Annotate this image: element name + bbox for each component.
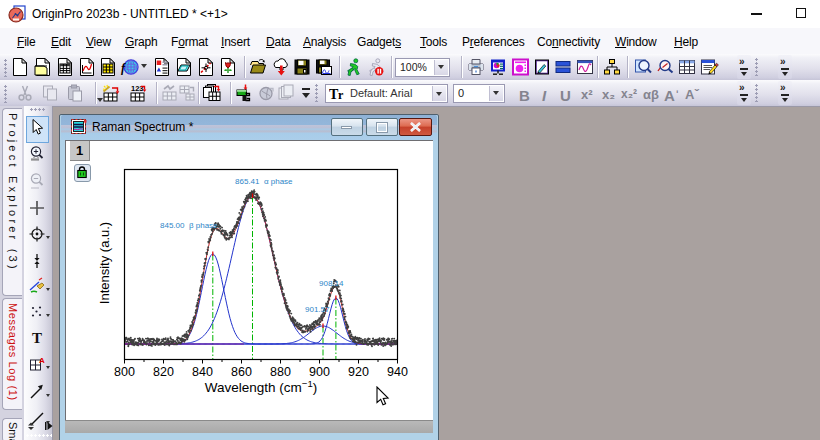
svg-text:820: 820 [153, 365, 174, 379]
svg-text:860: 860 [231, 365, 252, 379]
svg-text:900: 900 [309, 365, 330, 379]
svg-text:840: 840 [192, 365, 213, 379]
svg-text:908.14: 908.14 [319, 279, 344, 288]
svg-text:865.41 α phase: 865.41 α phase [235, 177, 293, 186]
svg-text:T: T [32, 330, 42, 346]
svg-text:A: A [39, 356, 45, 365]
svg-text:901.57: 901.57 [305, 305, 330, 314]
svg-text:845.00 β phase: 845.00 β phase [160, 221, 218, 230]
svg-text:123: 123 [131, 84, 144, 93]
svg-text:920: 920 [348, 365, 369, 379]
svg-text:800: 800 [114, 365, 135, 379]
svg-text:r: r [338, 88, 344, 102]
svg-text:880: 880 [270, 365, 291, 379]
svg-text:Intensity (a.u.): Intensity (a.u.) [97, 222, 112, 304]
svg-text:Wavelength (cm−1): Wavelength (cm−1) [205, 378, 317, 395]
svg-text:940: 940 [387, 365, 408, 379]
